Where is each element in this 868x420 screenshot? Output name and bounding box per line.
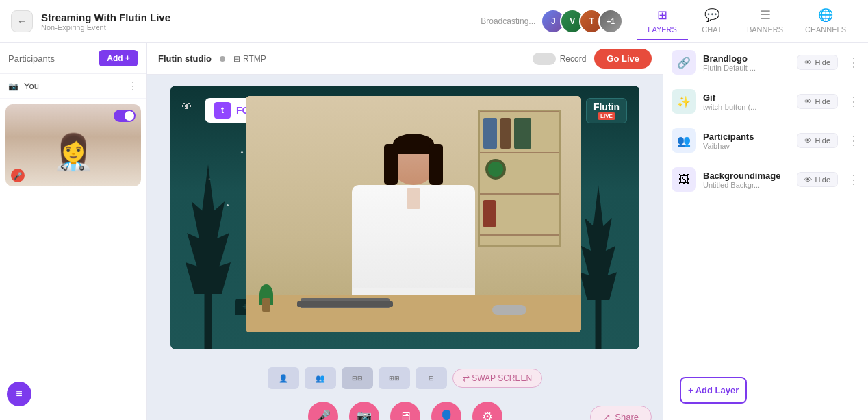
- layers-icon: ⊞: [657, 8, 667, 23]
- participants-layer-icon: 👥: [672, 128, 696, 153]
- swap-screen-button[interactable]: ⇄ SWAP SCREEN: [452, 369, 542, 388]
- participants-layer-info: Participants Vaibhav: [703, 132, 790, 150]
- share-button[interactable]: ↗ Share: [590, 406, 652, 421]
- record-label: Record: [560, 54, 587, 64]
- brandlogo-hide-button[interactable]: 👁 Hide: [797, 55, 838, 70]
- you-label: You: [24, 81, 122, 91]
- toggle-on-switch[interactable]: [114, 110, 136, 122]
- hide-label-2: Hide: [815, 136, 830, 145]
- participants-hide-button[interactable]: 👁 Hide: [797, 133, 838, 148]
- sidebar-header: Participants Add +: [0, 43, 146, 74]
- eye-hide-icon: 👁: [804, 58, 812, 66]
- brandlogo-info: Brandlogo Flutin Default ...: [703, 53, 790, 72]
- add-participant-button[interactable]: Add +: [99, 50, 138, 66]
- studio-dot: [220, 56, 225, 62]
- participants-label: Participants: [8, 53, 55, 64]
- header: ← Streaming With Flutin Live Non-Expirin…: [0, 0, 868, 43]
- participants-more-icon[interactable]: ⋮: [847, 133, 860, 148]
- brandlogo-sub: Flutin Default ...: [703, 64, 790, 72]
- brandlogo-name: Brandlogo: [703, 53, 790, 64]
- settings-button[interactable]: ⚙: [472, 402, 502, 420]
- backgroundimage-name: Backgroundimage: [703, 171, 790, 181]
- go-live-button[interactable]: Go Live: [594, 49, 652, 69]
- main-content: Participants Add + 📷 You ⋮ 👩‍⚕️ 🎤 ≡ Flut…: [0, 43, 868, 420]
- gif-hide-button[interactable]: 👁 Hide: [797, 94, 838, 109]
- tab-chat-label: CHAT: [702, 25, 722, 34]
- add-layer-section: + Add Layer: [663, 360, 868, 420]
- page-title: Streaming With Flutin Live: [41, 12, 481, 23]
- screen-share-button[interactable]: 🖥: [390, 402, 420, 420]
- backgroundimage-hide-button[interactable]: 👁 Hide: [797, 172, 838, 187]
- backgroundimage-info: Backgroundimage Untitled Backgr...: [703, 171, 790, 189]
- hide-label-3: Hide: [815, 175, 830, 184]
- avatar-group: J V T +1: [541, 9, 623, 34]
- sidebar: Participants Add + 📷 You ⋮ 👩‍⚕️ 🎤 ≡: [0, 43, 147, 420]
- participant-more-icon[interactable]: ⋮: [127, 79, 138, 92]
- brandlogo-more-icon[interactable]: ⋮: [847, 55, 860, 70]
- add-person-button[interactable]: 👤: [431, 402, 461, 420]
- layout-btn-5[interactable]: ⊟: [416, 367, 447, 389]
- tab-banners-label: BANNERS: [747, 25, 783, 34]
- record-toggle-switch[interactable]: [533, 53, 556, 65]
- studio-name-label: Flutin studio: [158, 53, 212, 64]
- nav-tabs: ⊞ LAYERS 💬 CHAT ☰ BANNERS 🌐 CHANNELS: [637, 2, 857, 40]
- layer-participants: 👥 Participants Vaibhav 👁 Hide ⋮: [663, 121, 868, 160]
- right-panel: 🔗 Brandlogo Flutin Default ... 👁 Hide ⋮ …: [663, 43, 868, 420]
- gif-name: Gif: [703, 92, 790, 103]
- layer-brandlogo: 🔗 Brandlogo Flutin Default ... 👁 Hide ⋮: [663, 43, 868, 82]
- layout-btn-3[interactable]: ⊟⊟: [342, 367, 373, 389]
- backgroundimage-more-icon[interactable]: ⋮: [847, 172, 860, 187]
- person-avatar-large: 👩‍⚕️: [52, 132, 94, 172]
- tab-channels[interactable]: 🌐 CHANNELS: [794, 2, 857, 40]
- back-button[interactable]: ←: [11, 10, 33, 32]
- channels-icon: 🌐: [818, 8, 833, 23]
- layout-4-icon: ⊞⊞: [389, 375, 400, 382]
- eye-hide-icon-1: 👁: [804, 97, 812, 106]
- screen-icon: 🖥: [399, 410, 411, 421]
- bottom-controls: 🎤 📷 🖥 👤 ⚙ ↗ Share: [147, 396, 663, 420]
- add-layer-button[interactable]: + Add Layer: [680, 377, 747, 404]
- mic-button[interactable]: 🎤: [308, 402, 338, 420]
- video-person-frame: [246, 96, 581, 332]
- layout-btn-4[interactable]: ⊞⊞: [379, 367, 410, 389]
- banners-icon: ☰: [760, 8, 771, 23]
- backgroundimage-sub: Untitled Backgr...: [703, 181, 790, 189]
- tab-layers-label: LAYERS: [648, 25, 677, 34]
- floating-chat-button[interactable]: ≡: [7, 382, 31, 406]
- share-icon: ↗: [603, 412, 611, 421]
- tab-banners[interactable]: ☰ BANNERS: [736, 2, 794, 40]
- rtmp-icon: ⊟: [233, 54, 240, 64]
- tab-chat[interactable]: 💬 CHAT: [688, 2, 736, 40]
- layout-btn-2[interactable]: 👥: [305, 367, 336, 389]
- you-participant-item: 📷 You ⋮: [0, 74, 146, 99]
- rtmp-badge: ⊟ RTMP: [233, 54, 266, 64]
- settings-icon: ⚙: [482, 409, 493, 420]
- broadcasting-label: Broadcasting...: [481, 16, 535, 26]
- gif-sub: twitch-button (...: [703, 103, 790, 111]
- desk-surface: [246, 295, 581, 332]
- mic-muted-badge: 🎤: [11, 169, 25, 182]
- record-section: Record: [533, 53, 587, 65]
- backgroundimage-icon: 🖼: [672, 167, 696, 192]
- brandlogo-icon: 🔗: [672, 50, 696, 75]
- rtmp-label: RTMP: [243, 54, 266, 64]
- layer-backgroundimage: 🖼 Backgroundimage Untitled Backgr... 👁 H…: [663, 160, 868, 199]
- tab-layers[interactable]: ⊞ LAYERS: [637, 2, 688, 40]
- participants-layer-name: Participants: [703, 132, 790, 142]
- layout-2-icon: 👥: [316, 374, 325, 383]
- mic-icon: 🎤: [316, 409, 331, 420]
- layout-1-icon: 👤: [279, 374, 288, 383]
- chat-icon: 💬: [704, 8, 719, 23]
- participants-layer-sub: Vaibhav: [703, 142, 790, 150]
- layout-btn-1[interactable]: 👤: [268, 367, 299, 389]
- gif-more-icon[interactable]: ⋮: [847, 94, 860, 109]
- camera-button[interactable]: 📷: [349, 402, 379, 420]
- camera-icon: 📷: [357, 409, 372, 420]
- header-title-block: Streaming With Flutin Live Non-Expiring …: [41, 12, 481, 32]
- twitch-icon: t: [214, 102, 231, 119]
- page-subtitle: Non-Expiring Event: [41, 23, 481, 32]
- flutin-badge: Flutin LIVE: [586, 98, 627, 123]
- hide-label-1: Hide: [815, 97, 830, 106]
- flutin-logo: Flutin: [593, 101, 620, 112]
- share-label: Share: [615, 412, 639, 421]
